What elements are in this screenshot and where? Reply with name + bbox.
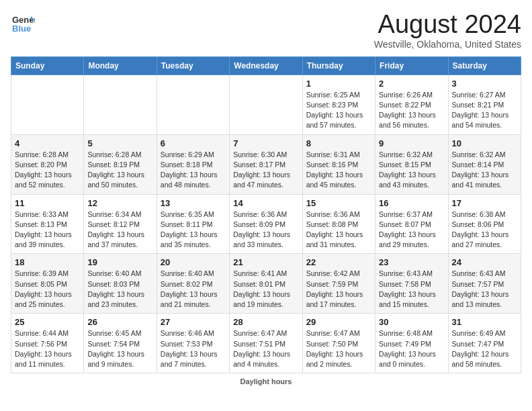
- day-number: 23: [379, 257, 444, 267]
- day-info: Sunrise: 6:49 AM Sunset: 7:47 PM Dayligh…: [452, 328, 517, 369]
- day-number: 17: [452, 198, 517, 208]
- calendar-cell: 4Sunrise: 6:28 AM Sunset: 8:20 PM Daylig…: [11, 134, 84, 194]
- day-info: Sunrise: 6:43 AM Sunset: 7:58 PM Dayligh…: [379, 269, 444, 310]
- weekday-header-cell: Tuesday: [157, 56, 229, 75]
- day-info: Sunrise: 6:35 AM Sunset: 8:11 PM Dayligh…: [161, 210, 226, 250]
- day-info: Sunrise: 6:32 AM Sunset: 8:14 PM Dayligh…: [452, 150, 517, 191]
- calendar-cell: 2Sunrise: 6:26 AM Sunset: 8:22 PM Daylig…: [375, 75, 448, 134]
- day-info: Sunrise: 6:33 AM Sunset: 8:13 PM Dayligh…: [15, 210, 80, 250]
- calendar-cell: 28Sunrise: 6:47 AM Sunset: 7:51 PM Dayli…: [230, 314, 302, 373]
- day-number: 14: [233, 198, 298, 208]
- calendar-cell: 1Sunrise: 6:25 AM Sunset: 8:23 PM Daylig…: [302, 75, 375, 134]
- calendar-cell: 21Sunrise: 6:41 AM Sunset: 8:01 PM Dayli…: [230, 254, 302, 314]
- weekday-header-cell: Saturday: [448, 56, 521, 75]
- calendar-cell: 8Sunrise: 6:31 AM Sunset: 8:16 PM Daylig…: [302, 134, 375, 194]
- day-info: Sunrise: 6:40 AM Sunset: 8:02 PM Dayligh…: [161, 269, 226, 310]
- day-info: Sunrise: 6:30 AM Sunset: 8:17 PM Dayligh…: [233, 150, 298, 191]
- day-number: 2: [379, 79, 444, 89]
- day-info: Sunrise: 6:28 AM Sunset: 8:20 PM Dayligh…: [15, 150, 80, 191]
- calendar-table: SundayMondayTuesdayWednesdayThursdayFrid…: [11, 56, 521, 373]
- day-info: Sunrise: 6:46 AM Sunset: 7:53 PM Dayligh…: [161, 328, 226, 369]
- day-number: 28: [233, 317, 298, 327]
- day-info: Sunrise: 6:28 AM Sunset: 8:19 PM Dayligh…: [87, 150, 152, 191]
- day-number: 4: [15, 138, 80, 148]
- day-info: Sunrise: 6:48 AM Sunset: 7:49 PM Dayligh…: [379, 328, 444, 369]
- calendar-cell: 23Sunrise: 6:43 AM Sunset: 7:58 PM Dayli…: [375, 254, 448, 314]
- day-info: Sunrise: 6:38 AM Sunset: 8:06 PM Dayligh…: [452, 210, 517, 250]
- calendar-cell: 9Sunrise: 6:32 AM Sunset: 8:15 PM Daylig…: [375, 134, 448, 194]
- calendar-cell: [11, 75, 84, 134]
- day-number: 13: [161, 198, 226, 208]
- day-number: 8: [306, 138, 371, 148]
- calendar-cell: 27Sunrise: 6:46 AM Sunset: 7:53 PM Dayli…: [157, 314, 229, 373]
- day-info: Sunrise: 6:36 AM Sunset: 8:09 PM Dayligh…: [233, 210, 298, 250]
- svg-text:Blue: Blue: [12, 24, 31, 34]
- calendar-cell: 15Sunrise: 6:36 AM Sunset: 8:08 PM Dayli…: [302, 194, 375, 254]
- day-number: 3: [452, 79, 517, 89]
- weekday-header-cell: Wednesday: [230, 56, 302, 75]
- day-info: Sunrise: 6:42 AM Sunset: 7:59 PM Dayligh…: [306, 269, 371, 310]
- footer-label: Daylight hours: [240, 377, 292, 385]
- page-subtitle: Westville, Oklahoma, United States: [374, 39, 521, 50]
- calendar-cell: 19Sunrise: 6:40 AM Sunset: 8:03 PM Dayli…: [84, 254, 157, 314]
- day-number: 22: [306, 257, 371, 267]
- day-info: Sunrise: 6:40 AM Sunset: 8:03 PM Dayligh…: [87, 269, 152, 310]
- calendar-cell: 20Sunrise: 6:40 AM Sunset: 8:02 PM Dayli…: [157, 254, 229, 314]
- day-info: Sunrise: 6:41 AM Sunset: 8:01 PM Dayligh…: [233, 269, 298, 310]
- day-number: 5: [87, 138, 152, 148]
- day-info: Sunrise: 6:47 AM Sunset: 7:50 PM Dayligh…: [306, 328, 371, 369]
- calendar-cell: 25Sunrise: 6:44 AM Sunset: 7:56 PM Dayli…: [11, 314, 84, 373]
- calendar-cell: 7Sunrise: 6:30 AM Sunset: 8:17 PM Daylig…: [230, 134, 302, 194]
- page-title: August 2024: [374, 11, 521, 39]
- day-number: 10: [452, 138, 517, 148]
- day-info: Sunrise: 6:47 AM Sunset: 7:51 PM Dayligh…: [233, 328, 298, 369]
- day-number: 15: [306, 198, 371, 208]
- calendar-cell: 10Sunrise: 6:32 AM Sunset: 8:14 PM Dayli…: [448, 134, 521, 194]
- day-number: 20: [161, 257, 226, 267]
- day-info: Sunrise: 6:29 AM Sunset: 8:18 PM Dayligh…: [161, 150, 226, 191]
- calendar-cell: 3Sunrise: 6:27 AM Sunset: 8:21 PM Daylig…: [448, 75, 521, 134]
- logo: General Blue General Blue: [11, 11, 35, 35]
- day-info: Sunrise: 6:37 AM Sunset: 8:07 PM Dayligh…: [379, 210, 444, 250]
- day-number: 30: [379, 317, 444, 327]
- day-number: 9: [379, 138, 444, 148]
- day-number: 11: [15, 198, 80, 208]
- day-number: 21: [233, 257, 298, 267]
- header: General Blue General Blue August 2024 We…: [11, 11, 521, 50]
- logo-icon: General Blue: [11, 11, 35, 35]
- calendar-cell: 18Sunrise: 6:39 AM Sunset: 8:05 PM Dayli…: [11, 254, 84, 314]
- day-info: Sunrise: 6:26 AM Sunset: 8:22 PM Dayligh…: [379, 90, 444, 131]
- day-number: 25: [15, 317, 80, 327]
- weekday-header-cell: Thursday: [302, 56, 375, 75]
- day-info: Sunrise: 6:39 AM Sunset: 8:05 PM Dayligh…: [15, 269, 80, 310]
- calendar-cell: 12Sunrise: 6:34 AM Sunset: 8:12 PM Dayli…: [84, 194, 157, 254]
- day-number: 6: [161, 138, 226, 148]
- day-info: Sunrise: 6:36 AM Sunset: 8:08 PM Dayligh…: [306, 210, 371, 250]
- day-info: Sunrise: 6:31 AM Sunset: 8:16 PM Dayligh…: [306, 150, 371, 191]
- title-area: August 2024 Westville, Oklahoma, United …: [374, 11, 521, 50]
- calendar-cell: [84, 75, 157, 134]
- day-info: Sunrise: 6:43 AM Sunset: 7:57 PM Dayligh…: [452, 269, 517, 310]
- calendar-cell: 6Sunrise: 6:29 AM Sunset: 8:18 PM Daylig…: [157, 134, 229, 194]
- calendar-cell: 31Sunrise: 6:49 AM Sunset: 7:47 PM Dayli…: [448, 314, 521, 373]
- calendar-cell: 24Sunrise: 6:43 AM Sunset: 7:57 PM Dayli…: [448, 254, 521, 314]
- calendar-cell: 13Sunrise: 6:35 AM Sunset: 8:11 PM Dayli…: [157, 194, 229, 254]
- calendar-cell: 26Sunrise: 6:45 AM Sunset: 7:54 PM Dayli…: [84, 314, 157, 373]
- day-info: Sunrise: 6:27 AM Sunset: 8:21 PM Dayligh…: [452, 90, 517, 131]
- calendar-cell: 29Sunrise: 6:47 AM Sunset: 7:50 PM Dayli…: [302, 314, 375, 373]
- day-info: Sunrise: 6:34 AM Sunset: 8:12 PM Dayligh…: [87, 210, 152, 250]
- day-number: 1: [306, 79, 371, 89]
- calendar-cell: 5Sunrise: 6:28 AM Sunset: 8:19 PM Daylig…: [84, 134, 157, 194]
- day-number: 31: [452, 317, 517, 327]
- weekday-header-cell: Friday: [375, 56, 448, 75]
- weekday-header-cell: Sunday: [11, 56, 84, 75]
- day-number: 16: [379, 198, 444, 208]
- day-info: Sunrise: 6:45 AM Sunset: 7:54 PM Dayligh…: [87, 328, 152, 369]
- day-number: 19: [87, 257, 152, 267]
- day-number: 24: [452, 257, 517, 267]
- calendar-cell: 14Sunrise: 6:36 AM Sunset: 8:09 PM Dayli…: [230, 194, 302, 254]
- calendar-cell: 30Sunrise: 6:48 AM Sunset: 7:49 PM Dayli…: [375, 314, 448, 373]
- footer-note: Daylight hours: [11, 377, 521, 385]
- calendar-cell: [157, 75, 229, 134]
- day-number: 7: [233, 138, 298, 148]
